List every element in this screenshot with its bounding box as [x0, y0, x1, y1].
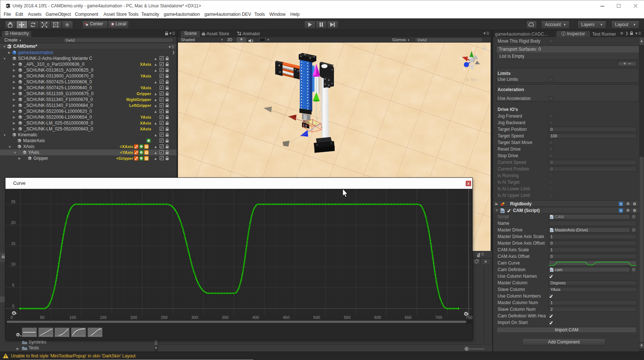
svg-text:Iso: Iso	[471, 77, 477, 82]
svg-text:☰: ☰	[466, 78, 469, 82]
svg-text:▼: ▼	[15, 312, 17, 315]
svg-text:150: 150	[100, 315, 106, 320]
svg-text:400: 400	[252, 315, 259, 320]
svg-text:50: 50	[40, 315, 44, 320]
svg-text:450: 450	[283, 315, 290, 320]
svg-text:250: 250	[161, 315, 167, 320]
svg-text:700: 700	[435, 315, 442, 320]
svg-text:5: 5	[12, 283, 14, 287]
svg-text:600: 600	[374, 315, 381, 320]
svg-text:15: 15	[11, 241, 15, 246]
svg-text:?: ?	[620, 202, 622, 206]
svg-text:25: 25	[11, 199, 15, 204]
svg-text:300: 300	[191, 315, 198, 320]
svg-text:0: 0	[12, 304, 14, 308]
svg-text:500: 500	[313, 315, 320, 320]
svg-text:0: 0	[11, 315, 13, 320]
svg-text:550: 550	[344, 315, 350, 320]
svg-text:x: x	[460, 56, 462, 60]
svg-text:350: 350	[222, 315, 229, 320]
svg-text:10: 10	[11, 262, 15, 266]
svg-text:200: 200	[130, 315, 137, 320]
svg-text:y: y	[472, 47, 474, 51]
svg-text:650: 650	[405, 315, 411, 320]
svg-text:?: ?	[620, 209, 622, 213]
svg-text:C#: C#	[501, 210, 504, 213]
svg-text:z: z	[463, 66, 465, 71]
svg-text:20: 20	[11, 220, 15, 225]
svg-text:100: 100	[69, 315, 76, 320]
svg-text:▼: ▼	[467, 313, 469, 316]
